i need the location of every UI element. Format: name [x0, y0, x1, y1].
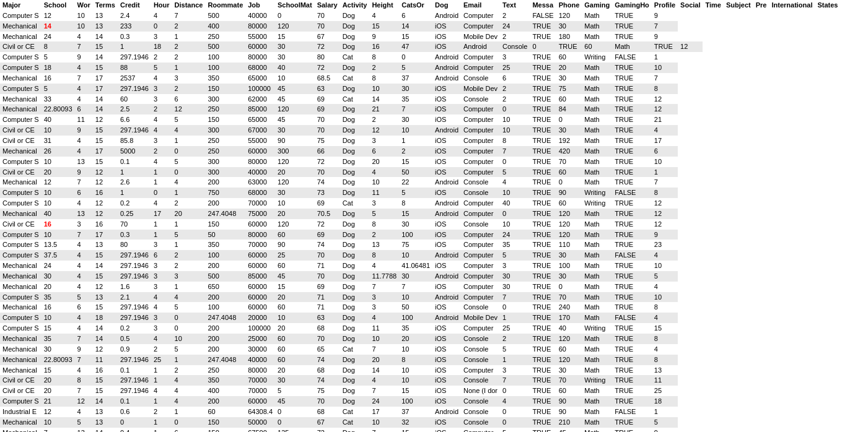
cell-r1-c14: iOS	[432, 21, 461, 32]
cell-r33-c15: Console	[461, 355, 500, 365]
cell-r34-c9: 20	[275, 365, 315, 376]
cell-r25-c18: 30	[556, 271, 582, 282]
cell-r33-c2: 7	[75, 355, 93, 365]
cell-r30-c16: 25	[500, 323, 530, 334]
cell-r34-c5: 1	[151, 365, 172, 376]
table-row: Mechanical22.80093711297.1946251247.4048…	[0, 355, 841, 365]
cell-r25-c3: 15	[93, 271, 118, 282]
table-row: Computer S13.54138031350700009074Dog1375…	[0, 240, 841, 250]
cell-r4-c21: 1	[652, 52, 678, 63]
cell-r9-c7: 250	[205, 104, 245, 114]
cell-r40-c3: 14	[93, 428, 118, 432]
cell-r5-c15: Computer	[461, 63, 500, 73]
cell-r18-c8: 70000	[245, 198, 275, 209]
cell-r28-c13: 50	[399, 302, 432, 313]
cell-r13-c19: Math	[582, 146, 612, 157]
cell-r10-c3: 12	[93, 114, 118, 125]
cell-r9-c1: 22.80093	[42, 104, 75, 114]
cell-r40-c5: 1	[151, 428, 172, 432]
cell-r15-c6: 0	[172, 167, 206, 178]
cell-r10-c7: 150	[205, 114, 245, 125]
column-header-salary: Salary	[315, 0, 340, 11]
cell-r2-c21: 9	[652, 32, 678, 42]
cell-r6-c17: TRUE	[530, 73, 556, 84]
cell-r15-c2: 9	[75, 167, 93, 178]
cell-r20-c20: TRUE	[612, 219, 652, 230]
cell-r28-c16: 0	[500, 302, 530, 313]
cell-r32-c13: 10	[399, 344, 432, 355]
cell-r40-c17: TRUE	[530, 428, 556, 432]
cell-r11-c5: 4	[151, 125, 172, 136]
cell-r29-c0: Computer S	[0, 313, 42, 323]
cell-r5-c6: 1	[172, 63, 206, 73]
cell-r0-c9: 0	[275, 11, 315, 21]
cell-r13-c12: 6	[369, 146, 399, 157]
cell-r18-c12: 3	[369, 198, 399, 209]
cell-r20-c21: 12	[652, 219, 678, 230]
cell-r16-c1: 12	[42, 177, 75, 188]
cell-r30-c13: 35	[399, 323, 432, 334]
cell-r24-c8: 60000	[245, 261, 275, 271]
cell-r18-c21: 12	[652, 198, 678, 209]
cell-r9-c15: Computer	[461, 104, 500, 114]
table-row: Computer S107170.31550800006069Dog2100iO…	[0, 230, 841, 240]
cell-r19-c13: 15	[399, 209, 432, 219]
table-row: Mechanical141013233024008000012070Dog151…	[0, 21, 841, 32]
cell-r31-c14: iOS	[432, 334, 461, 344]
cell-r14-c20: TRUE	[612, 157, 652, 167]
cell-r16-c20: TRUE	[612, 177, 652, 188]
cell-r17-c14: iOS	[432, 188, 461, 198]
cell-r25-c1: 30	[42, 271, 75, 282]
cell-r10-c13: 30	[399, 114, 432, 125]
cell-r31-c4: 0.5	[118, 334, 151, 344]
cell-r7-c17: TRUE	[530, 84, 556, 94]
cell-r29-c21: 4	[652, 313, 678, 323]
cell-r2-c19: Math	[582, 32, 612, 42]
cell-r15-c18: 60	[556, 167, 582, 178]
cell-r35-c2: 8	[75, 375, 93, 386]
cell-r19-c20: TRUE	[612, 209, 652, 219]
cell-r7-c3: 17	[93, 84, 118, 94]
cell-r24-c4: 297.1946	[118, 261, 151, 271]
cell-r35-c1: 20	[42, 375, 75, 386]
cell-r19-c11: Dog	[340, 209, 370, 219]
cell-r34-c8: 80000	[245, 365, 275, 376]
cell-r11-c20: TRUE	[612, 125, 652, 136]
cell-r18-c11: Cat	[340, 198, 370, 209]
cell-r35-c6: 4	[172, 375, 206, 386]
cell-r18-c0: Computer S	[0, 198, 42, 209]
cell-r33-c14: iOS	[432, 355, 461, 365]
cell-r12-c4: 85.8	[118, 136, 151, 146]
cell-r13-c1: 26	[42, 146, 75, 157]
cell-r10-c21: 21	[652, 114, 678, 125]
cell-r28-c18: 240	[556, 302, 582, 313]
cell-r0-c0: Computer S	[0, 11, 42, 21]
cell-r16-c18: 0	[556, 177, 582, 188]
cell-r39-c8: 50000	[245, 417, 275, 428]
cell-r39-c16: 0	[500, 417, 530, 428]
cell-r31-c7: 200	[205, 334, 245, 344]
cell-r1-c19: Math	[582, 21, 612, 32]
cell-r34-c13: 10	[399, 365, 432, 376]
cell-r14-c21: 10	[652, 157, 678, 167]
cell-r37-c6: 4	[172, 396, 206, 407]
cell-r33-c13: 8	[399, 355, 432, 365]
cell-r30-c11: Dog	[340, 323, 370, 334]
cell-r37-c4: 0.1	[118, 396, 151, 407]
cell-r37-c15: Console	[461, 396, 500, 407]
cell-r31-c1: 35	[42, 334, 75, 344]
cell-r10-c15: Computer	[461, 114, 500, 125]
cell-r10-c14: iOS	[432, 114, 461, 125]
cell-r40-c9: 135	[275, 428, 315, 432]
cell-r18-c3: 12	[93, 198, 118, 209]
cell-r33-c7: 247.4048	[205, 355, 245, 365]
cell-r28-c10: 71	[315, 302, 340, 313]
cell-r33-c16: 1	[500, 355, 530, 365]
cell-r39-c3: 13	[93, 417, 118, 428]
cell-r33-c17: TRUE	[530, 355, 556, 365]
column-header-hour: Hour	[151, 0, 172, 11]
cell-r17-c4: 1	[118, 188, 151, 198]
cell-r20-c9: 120	[275, 219, 315, 230]
table-row: Civil or CE1631670111506000012072Dog830i…	[0, 219, 841, 230]
cell-r12-c12: 3	[369, 136, 399, 146]
